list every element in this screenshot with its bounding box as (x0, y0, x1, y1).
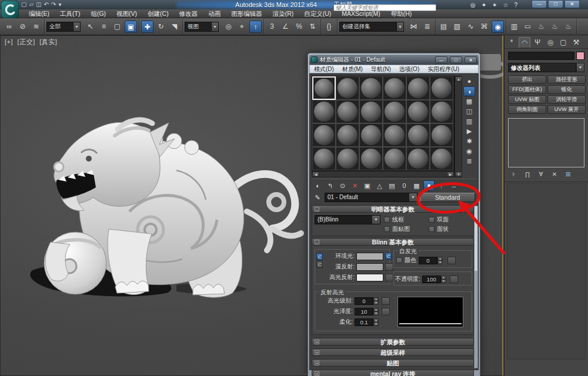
align-icon[interactable]: ≣ (421, 21, 433, 33)
bind-to-space-warp-icon[interactable]: ≋ (30, 21, 42, 33)
scroll-down-icon[interactable]: ▼ (455, 172, 462, 177)
material-editor-menu-item[interactable]: 导航(N) (367, 65, 395, 73)
specular-color-swatch[interactable] (356, 274, 383, 281)
tab-hierarchy-icon[interactable]: Ψ (532, 37, 543, 48)
material-sample-slot[interactable] (359, 147, 383, 170)
palette-horizontal-scrollbar[interactable]: ◀ ▶ (312, 171, 455, 177)
dropdown-arrow-icon[interactable]: ▼ (73, 22, 80, 31)
modifier-preset-button[interactable]: FFD(圆柱体) (508, 85, 546, 94)
dropdown-arrow-icon[interactable]: ▼ (211, 22, 218, 31)
glossiness-spinner[interactable]: 10 ▲▼ (355, 308, 379, 315)
modifier-preset-button[interactable]: 锥化 (547, 85, 586, 94)
faceted-checkbox[interactable]: 面状 (429, 224, 471, 234)
wrench-icon[interactable]: ✦ (482, 2, 486, 8)
rollout-header[interactable]: +mental ray 连接 (312, 370, 474, 376)
expand-icon[interactable]: + (315, 371, 319, 376)
two-sided-checkbox[interactable]: 双面 (429, 215, 471, 224)
rollout-header[interactable]: +超级采样 (312, 348, 474, 356)
search-icon[interactable]: ◎ (470, 2, 476, 8)
expand-icon[interactable]: + (315, 361, 319, 365)
specular-level-value[interactable]: 0 (355, 297, 373, 305)
selection-filter-dropdown[interactable]: 全部 ▼ (46, 22, 81, 32)
menu-item[interactable]: 图形编辑器 (226, 9, 268, 18)
material-name-dropdown[interactable]: 01 - Default ▼ (325, 193, 417, 202)
put-to-library-icon[interactable]: ▤ (386, 180, 397, 191)
rollout-header[interactable]: +扩展参数 (312, 338, 474, 345)
material-sample-slot[interactable] (336, 123, 359, 147)
select-by-name-icon[interactable]: ≡ (98, 21, 110, 33)
sample-type-icon[interactable]: ● (463, 76, 475, 86)
maximize-icon[interactable]: □ (450, 56, 462, 63)
material-sample-slot[interactable] (383, 123, 406, 147)
material-sample-slot[interactable] (312, 76, 336, 100)
modifier-list-dropdown[interactable]: 修改器列表 (508, 63, 576, 72)
collapse-icon[interactable]: - (315, 240, 319, 244)
material-sample-slot[interactable] (430, 147, 453, 170)
menu-item[interactable]: 编辑(E) (24, 9, 55, 18)
object-color-swatch[interactable] (576, 52, 584, 60)
select-and-scale-icon[interactable]: ◥ (168, 21, 181, 33)
percent-snap-icon[interactable]: % (293, 21, 305, 33)
dropdown-arrow-icon[interactable]: ▼ (396, 22, 403, 31)
tab-motion-icon[interactable]: ◎ (544, 37, 556, 48)
backlight-icon[interactable]: ◑ (463, 86, 475, 96)
scroll-left-icon[interactable]: ◀ (312, 172, 319, 177)
menu-item[interactable]: 组(G) (85, 9, 111, 18)
layer-manager-icon[interactable]: ▤ (437, 21, 450, 33)
select-by-material-icon[interactable]: ◉ (463, 146, 475, 156)
make-unique-icon[interactable]: △ (374, 180, 385, 191)
material-options-icon[interactable]: ✱ (463, 136, 475, 146)
select-and-manipulate-icon[interactable]: ⌖ (236, 21, 248, 33)
render-iray-teapot-icon[interactable]: ♨ (549, 21, 561, 33)
diffuse-color-swatch[interactable] (356, 263, 383, 271)
make-unique-modifier-icon[interactable]: ∀ (535, 170, 547, 179)
modifier-preset-button[interactable]: UVW 展开 (547, 105, 586, 114)
rollout-header[interactable]: +贴图 (312, 359, 474, 367)
mirror-icon[interactable]: ⋈ (407, 21, 420, 33)
dropdown-arrow-icon[interactable]: ▼ (576, 63, 584, 72)
save-file-icon[interactable]: ◫ (36, 1, 41, 9)
selfillum-value[interactable]: 0 (419, 257, 437, 264)
render-quick-teapot-icon[interactable]: ♨ (562, 21, 574, 33)
open-file-icon[interactable]: ▱ (29, 1, 34, 9)
select-and-link-icon[interactable]: ∞ (3, 21, 15, 33)
video-color-check-icon[interactable]: ▥ (463, 116, 475, 126)
face-map-checkbox[interactable]: 面贴图 (384, 224, 426, 234)
diffuse-specular-lock-icon[interactable]: ⊂ (316, 261, 323, 268)
expand-icon[interactable]: + (315, 350, 319, 355)
make-preview-icon[interactable]: ▶ (463, 126, 475, 136)
modifier-preset-button[interactable]: 倒角剖面 (508, 105, 546, 114)
modifier-preset-button[interactable]: 挤出 (508, 75, 546, 84)
material-sample-slot[interactable] (383, 76, 406, 100)
keyboard-shortcut-override-icon[interactable]: ↑ (249, 21, 262, 33)
menu-item[interactable]: 工具(T) (55, 9, 85, 18)
material-map-navigator-icon[interactable]: ≣ (463, 156, 475, 166)
tab-create-icon[interactable]: * (506, 37, 517, 48)
redo-icon[interactable]: ↷ (51, 1, 56, 9)
angle-snap-icon[interactable]: ∠ (279, 21, 292, 33)
menu-item[interactable]: 创建(C) (142, 9, 174, 18)
selfillum-map-button[interactable] (447, 257, 456, 264)
go-to-parent-icon[interactable]: ↑ (436, 180, 447, 191)
material-id-channel-icon[interactable]: 0 (399, 180, 410, 191)
selfillum-color-checkbox[interactable] (396, 257, 402, 263)
modifier-preset-button[interactable]: 路径变形 (547, 75, 586, 84)
opacity-value[interactable]: 100 (422, 276, 441, 283)
rectangular-selection-region-icon[interactable]: ▢ (111, 21, 123, 33)
specular-level-map-button[interactable] (382, 297, 390, 305)
spinner-down-icon[interactable]: ▼ (373, 311, 379, 315)
viewport-view-label[interactable]: [正交] (18, 38, 35, 45)
palette-vertical-scrollbar[interactable]: ▲ ▼ (455, 76, 462, 177)
rollout-header-shader-basic[interactable]: - 明暗器基本参数 (312, 205, 474, 213)
material-sample-slot[interactable] (406, 123, 430, 147)
material-sample-slot[interactable] (406, 76, 430, 100)
checkbox-icon[interactable] (384, 226, 390, 232)
close-icon[interactable]: ✕ (465, 56, 477, 63)
rendered-frame-window-icon[interactable]: ▭ (522, 21, 534, 33)
checkbox-icon[interactable] (429, 226, 435, 232)
dropdown-arrow-icon[interactable]: ▼ (372, 216, 380, 224)
infocenter-search-input[interactable] (333, 4, 436, 11)
viewport-label[interactable]: [+] [正交] [真实] (5, 38, 59, 46)
menu-item[interactable]: 修改器 (174, 9, 203, 18)
material-sample-slot[interactable] (383, 147, 406, 170)
